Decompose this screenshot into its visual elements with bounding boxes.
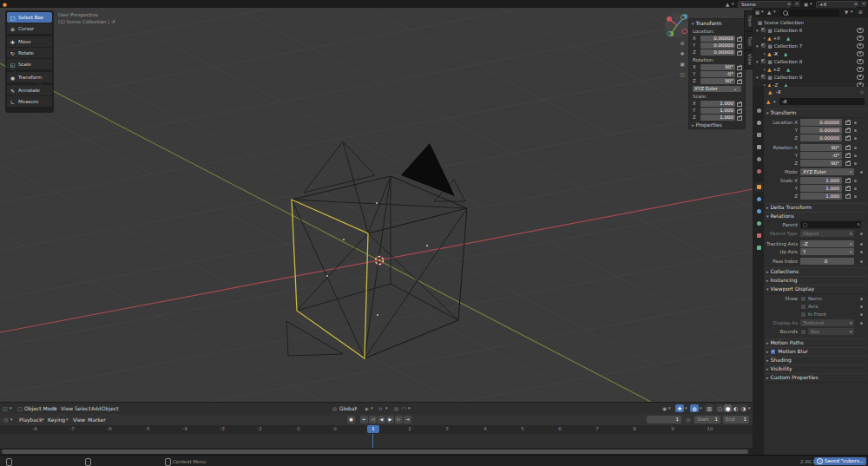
prop-show-name[interactable]: ShowName (765, 295, 867, 303)
animate-dot[interactable] (854, 147, 857, 149)
end-frame-field[interactable]: End 1 (723, 416, 749, 423)
tab-view-layer[interactable] (754, 142, 763, 152)
view-layer-add-button[interactable]: ⧉ (852, 1, 859, 7)
3d-viewport[interactable]: User Perspective (1) Scene Collection | … (0, 8, 753, 402)
prop-show-axis[interactable]: Axis (765, 303, 867, 311)
sidebar-tab-view[interactable]: View (744, 50, 753, 69)
animate-dot[interactable] (860, 313, 863, 316)
animate-dot[interactable] (854, 129, 857, 132)
prop-scale-z[interactable]: Z1.000 (765, 193, 867, 200)
animate-dot[interactable] (854, 154, 857, 157)
lock-icon[interactable] (737, 73, 742, 77)
gizmo-toggle[interactable]: ✚ (675, 404, 684, 412)
overlays-toggle[interactable]: ◍ (690, 404, 699, 412)
saved-status-badge[interactable]: iSaved "cubers... (814, 457, 866, 465)
sidebar-tab-item[interactable]: Item (744, 10, 753, 31)
tool-transform[interactable]: ◉Transform (7, 72, 52, 82)
tab-output[interactable] (754, 130, 763, 140)
gizmo-neg-x-axis[interactable] (682, 29, 687, 33)
n-location-x[interactable]: X0.00000 (693, 36, 741, 43)
solid-cone-object[interactable] (401, 143, 455, 196)
animate-dot[interactable] (860, 298, 863, 300)
auto-key-button[interactable]: ● (347, 416, 355, 423)
outliner-filter-dropdown[interactable]: ▼ (845, 9, 848, 16)
orientation-dropdown[interactable]: Global (339, 404, 356, 412)
panel-relations[interactable]: ▾ Relations (765, 212, 867, 221)
checkbox[interactable] (800, 296, 806, 302)
tab-physics[interactable] (754, 219, 763, 228)
timeline-track-area[interactable] (0, 434, 753, 448)
editor-type-icon[interactable]: ◫ (3, 404, 8, 412)
lock-icon[interactable] (845, 146, 851, 150)
pin-icon[interactable]: ◇ (860, 89, 864, 95)
lock-icon[interactable] (845, 128, 851, 133)
lock-icon[interactable] (845, 187, 851, 191)
prop-rotation-x[interactable]: Rotation X90° (765, 144, 867, 152)
prop-location-z[interactable]: Z0.00000 (765, 135, 867, 142)
timeline-menu-view[interactable]: View (73, 416, 85, 423)
prop-location-x[interactable]: Location X0.00000 (765, 119, 867, 127)
eye-icon[interactable] (857, 75, 864, 80)
prop-location-y[interactable]: Y0.00000 (765, 127, 867, 135)
play-reverse-button[interactable]: ◀ (378, 416, 385, 423)
prop-pass-index[interactable]: Pass Index0 (765, 258, 867, 266)
xray-toggle[interactable]: ▥ (705, 404, 713, 412)
lock-icon[interactable] (845, 136, 851, 141)
lock-icon[interactable] (737, 102, 742, 107)
prop-scale-x[interactable]: Scale X1.000 (765, 177, 867, 185)
panel-custom-properties[interactable]: ▸ Custom Properties (765, 373, 867, 383)
timeline-scrollbar[interactable] (2, 450, 748, 454)
timeline-menu-playback[interactable]: Playback (19, 416, 43, 423)
n-location-y[interactable]: Y0.00000 (693, 43, 741, 49)
tab-modifiers[interactable] (754, 194, 763, 204)
shading-solid-button[interactable]: ● (724, 404, 732, 412)
outliner-search-input[interactable] (780, 10, 839, 16)
lock-icon[interactable] (845, 179, 851, 183)
visibility-dropdown[interactable]: ◉ (662, 404, 667, 412)
outliner-row-collection[interactable]: ▾▦Collection 7 (753, 42, 868, 49)
lock-icon[interactable] (737, 109, 742, 114)
tab-particles[interactable] (754, 207, 763, 216)
outliner-display-mode-dropdown[interactable]: ▦ (755, 9, 760, 16)
outliner-row-collection[interactable]: ▾▦Collection 8 (753, 57, 868, 65)
prev-keyframe-button[interactable]: ◁ (369, 416, 377, 423)
prop-rotation-y[interactable]: Y-0° (765, 152, 867, 160)
n-scale-y[interactable]: Y1.000 (693, 108, 741, 115)
shading-wireframe-button[interactable]: ○ (716, 404, 724, 412)
outliner-row-object[interactable]: •▲+Z▲ (753, 65, 868, 73)
tab-object[interactable] (754, 182, 763, 192)
scene-copy-button[interactable]: ⧉ (786, 1, 792, 7)
tool-measure[interactable]: ∟Measure (7, 96, 52, 107)
jump-to-end-button[interactable]: ⇥ (404, 416, 411, 423)
selected-object-outline[interactable] (292, 200, 368, 358)
timeline-editor-type-icon[interactable]: ◷ (3, 416, 8, 423)
eyedropper-icon[interactable]: ✎ (857, 221, 861, 228)
eye-icon[interactable] (857, 59, 864, 64)
prop-rotation-z[interactable]: Z90° (765, 160, 867, 167)
scene-icon[interactable]: ▲ (726, 1, 729, 8)
shading-material-button[interactable]: ◐ (732, 404, 740, 412)
checkbox[interactable] (800, 304, 806, 310)
tool-scale[interactable]: ◱Scale (7, 59, 52, 69)
tab-object-data[interactable] (754, 243, 763, 253)
animate-dot[interactable] (854, 162, 857, 165)
lock-icon[interactable] (737, 51, 742, 56)
tab-tool[interactable] (754, 106, 763, 115)
lock-icon[interactable] (737, 37, 742, 42)
tab-world[interactable] (754, 167, 763, 176)
tab-render[interactable] (754, 118, 763, 128)
lock-icon[interactable] (845, 121, 851, 125)
lock-icon[interactable] (845, 154, 851, 158)
tool-move[interactable]: ✚Move (7, 36, 52, 47)
prop-display-as[interactable]: Display AsTextured▾ (765, 319, 867, 327)
n-rotation-mode[interactable]: XYZ Euler▾ (693, 86, 741, 93)
eye-icon[interactable] (857, 36, 864, 41)
tab-constraints[interactable] (754, 231, 763, 240)
play-button[interactable]: ▶ (386, 416, 394, 423)
pivot-point-dropdown[interactable]: ◈ (365, 404, 369, 412)
outliner-row-object-active[interactable]: •▲-X▲ (753, 49, 868, 57)
lock-icon[interactable] (737, 44, 742, 49)
eye-icon[interactable] (857, 67, 864, 72)
current-frame-field[interactable]: 1 (647, 416, 681, 423)
animate-dot[interactable] (860, 243, 863, 246)
